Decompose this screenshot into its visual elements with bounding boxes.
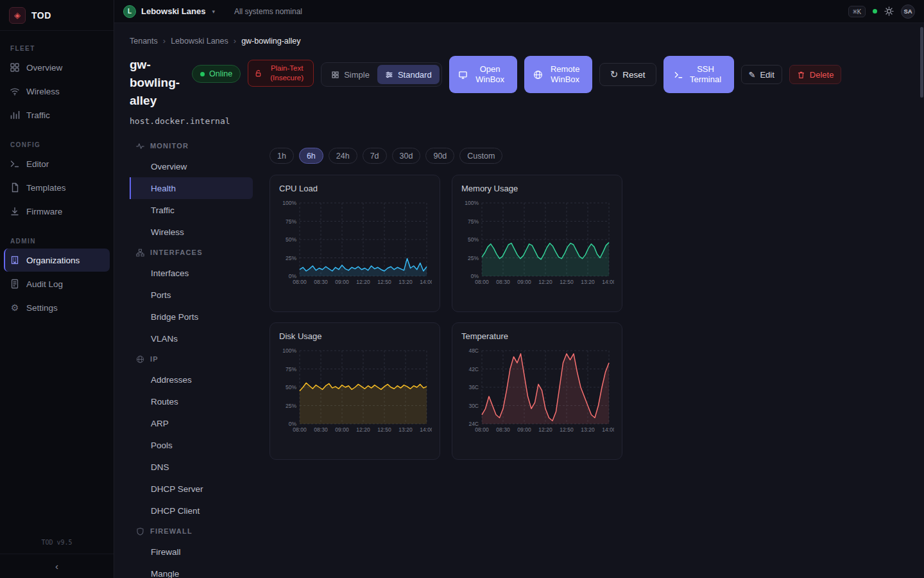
command-palette-shortcut[interactable]: ⌘K [848, 6, 866, 17]
svg-text:12:50: 12:50 [560, 426, 574, 433]
subnav-item-dhcp-client[interactable]: DHCP Client [130, 500, 253, 521]
subnav-item-mangle[interactable]: Mangle [130, 563, 253, 578]
chart-title: Memory Usage [461, 184, 613, 193]
sidebar-item-label: Overview [26, 63, 62, 73]
mode-standard-label: Standard [398, 70, 432, 80]
svg-text:100%: 100% [465, 200, 479, 206]
sidebar-item-traffic[interactable]: Traffic [4, 103, 110, 127]
insecure-label: Plain-Text (Insecure) [266, 64, 307, 83]
topbar: L Lebowski Lanes ▾ All systems nominal ⌘… [114, 0, 924, 23]
time-range-7d[interactable]: 7d [363, 148, 387, 164]
sidebar-item-organizations[interactable]: Organizations [4, 249, 110, 272]
sidebar-item-editor[interactable]: Editor [4, 152, 110, 175]
svg-text:25%: 25% [468, 255, 479, 261]
subnav-section-interfaces: INTERFACES [130, 243, 253, 262]
chart-title: Temperature [461, 331, 613, 341]
insecure-warning-badge: Plain-Text (Insecure) [248, 60, 314, 87]
ssh-terminal-button[interactable]: SSH Terminal [663, 56, 734, 93]
svg-text:08:30: 08:30 [314, 279, 328, 285]
time-range-custom[interactable]: Custom [459, 148, 502, 164]
sidebar-item-templates[interactable]: Templates [4, 176, 110, 199]
svg-text:25%: 25% [286, 255, 296, 261]
svg-text:08:00: 08:00 [293, 279, 307, 285]
subnav-item-wireless[interactable]: Wireless [130, 221, 253, 243]
subnav-item-ports[interactable]: Ports [130, 284, 253, 306]
theme-toggle-sun-icon[interactable] [884, 6, 894, 16]
svg-text:42C: 42C [468, 366, 479, 372]
status-dot [873, 9, 877, 13]
app-logo: ◈ TOD [0, 0, 114, 31]
subnav-item-arp[interactable]: ARP [130, 412, 253, 434]
breadcrumb-tenant[interactable]: Lebowski Lanes [171, 37, 228, 46]
pulse-icon [136, 142, 144, 150]
subnav-item-addresses[interactable]: Addresses [130, 369, 253, 390]
tenant-switcher[interactable]: Lebowski Lanes [141, 6, 205, 16]
time-range-1h[interactable]: 1h [270, 148, 294, 164]
subnav-item-overview[interactable]: Overview [130, 155, 253, 177]
scrollbar-thumb[interactable] [920, 27, 923, 98]
svg-text:12:20: 12:20 [356, 426, 370, 433]
subnav-item-dhcp-server[interactable]: DHCP Server [130, 478, 253, 500]
edit-label: Edit [760, 70, 774, 80]
subnav-item-pools[interactable]: Pools [130, 434, 253, 456]
svg-text:12:50: 12:50 [377, 426, 391, 433]
cpu-load-chart: 100%75%50%25%0%08:0008:3009:0012:2012:50… [279, 198, 431, 293]
subnav-item-dns[interactable]: DNS [130, 456, 253, 478]
cpu-load-card: CPU Load 100%75%50%25%0%08:0008:3009:001… [270, 175, 440, 312]
bar-chart-icon [10, 110, 20, 120]
terminal-icon [10, 159, 20, 169]
user-avatar[interactable]: SA [901, 4, 915, 19]
sidebar-item-settings[interactable]: ⚙ Settings [4, 296, 110, 319]
breadcrumb-tenants[interactable]: Tenants [130, 37, 158, 46]
reset-button[interactable]: ↻ Reset [599, 63, 656, 86]
sidebar-section-admin: ADMIN Organizations Audit Log ⚙ Settings [0, 232, 114, 320]
unlock-icon [254, 69, 262, 78]
mode-standard-option[interactable]: Standard [377, 65, 440, 84]
sidebar-item-audit-log[interactable]: Audit Log [4, 272, 110, 295]
open-winbox-button[interactable]: Open WinBox [449, 56, 517, 93]
svg-text:48C: 48C [468, 347, 479, 354]
disk-usage-chart: 100%75%50%25%0%08:0008:3009:0012:2012:50… [279, 346, 431, 441]
memory-usage-card: Memory Usage 100%75%50%25%0%08:0008:3009… [452, 175, 622, 312]
svg-text:08:30: 08:30 [496, 279, 510, 285]
building-icon [10, 255, 20, 265]
subnav-item-firewall[interactable]: Firewall [130, 541, 253, 563]
sidebar-item-firmware[interactable]: Firmware [4, 200, 110, 223]
subnav-item-vlans[interactable]: VLANs [130, 328, 253, 349]
mode-simple-option[interactable]: Simple [323, 65, 377, 84]
globe-icon [136, 355, 144, 363]
time-range-6h[interactable]: 6h [299, 148, 323, 164]
svg-text:14:00: 14:00 [420, 279, 432, 285]
document-icon [10, 279, 20, 289]
svg-text:14:00: 14:00 [602, 426, 614, 433]
svg-text:09:00: 09:00 [335, 279, 349, 285]
sidebar-item-overview[interactable]: Overview [4, 56, 110, 79]
open-winbox-label: Open WinBox [472, 64, 508, 85]
svg-text:50%: 50% [286, 384, 296, 390]
svg-text:36C: 36C [468, 384, 479, 390]
sidebar-collapse-button[interactable]: ‹ [0, 554, 114, 578]
subnav-item-routes[interactable]: Routes [130, 390, 253, 412]
time-range-90d[interactable]: 90d [425, 148, 454, 164]
time-range-24h[interactable]: 24h [329, 148, 357, 164]
sidebar-item-wireless[interactable]: Wireless [4, 80, 110, 103]
file-icon [10, 182, 20, 193]
subnav-section-label: FIREWALL [150, 527, 193, 535]
sidebar-footer: TOD v9.5 ‹ [0, 539, 114, 578]
svg-text:08:30: 08:30 [496, 426, 510, 433]
remote-winbox-button[interactable]: Remote WinBox [524, 56, 592, 93]
subnav-item-health[interactable]: Health [130, 177, 253, 199]
delete-label: Delete [810, 70, 834, 80]
delete-button[interactable]: Delete [789, 65, 842, 84]
edit-button[interactable]: ✎ Edit [741, 65, 782, 84]
subnav-section-label: INTERFACES [150, 249, 203, 256]
subnav-item-interfaces[interactable]: Interfaces [130, 262, 253, 284]
section-label: CONFIG [0, 136, 114, 152]
wifi-icon [10, 86, 20, 96]
subnav-section-label: IP [150, 355, 158, 363]
subnav-item-bridge-ports[interactable]: Bridge Ports [130, 306, 253, 328]
subnav-section-label: MONITOR [150, 142, 189, 150]
sidebar-item-label: Templates [26, 183, 66, 193]
time-range-30d[interactable]: 30d [392, 148, 421, 164]
subnav-item-traffic[interactable]: Traffic [130, 199, 253, 221]
